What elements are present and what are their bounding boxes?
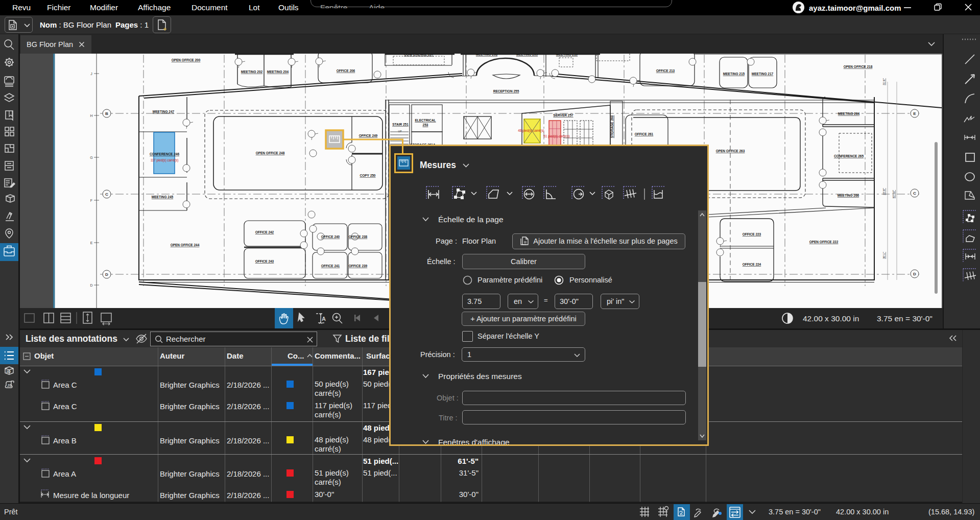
svg-text:51 pied(...: 51 pied(... xyxy=(363,457,398,465)
svg-text:E: E xyxy=(90,241,93,245)
svg-text:OPEN OFFICE 244: OPEN OFFICE 244 xyxy=(171,243,200,247)
svg-text:F: F xyxy=(90,199,92,202)
svg-text:OFFICE 223: OFFICE 223 xyxy=(743,232,761,236)
svg-text:48 pied(s) carré(s): 48 pied(s) carré(s) xyxy=(518,129,544,133)
svg-text:Brighter Graphics: Brighter Graphics xyxy=(160,436,220,445)
svg-text:30'-1": 30'-1" xyxy=(882,252,886,259)
svg-text:93'-10": 93'-10" xyxy=(892,190,895,198)
svg-text:OFFICE 239: OFFICE 239 xyxy=(349,264,368,268)
svg-text:61'-5": 61'-5" xyxy=(458,457,479,465)
svg-text:Area A: Area A xyxy=(53,469,76,478)
svg-text:OFFICE 249: OFFICE 249 xyxy=(359,134,378,137)
svg-text:MEETING 204: MEETING 204 xyxy=(267,70,289,74)
svg-text:MEETING 247: MEETING 247 xyxy=(153,110,175,113)
svg-text:2/18/2026 ...: 2/18/2026 ... xyxy=(227,402,269,411)
svg-text:117 pied(s): 117 pied(s) xyxy=(315,401,352,410)
svg-text:CONFERENCE 246: CONFERENCE 246 xyxy=(150,152,180,156)
svg-text:Brighter Graphics: Brighter Graphics xyxy=(160,381,220,389)
svg-text:MEETING 266: MEETING 266 xyxy=(838,194,859,197)
svg-text:B: B xyxy=(105,111,108,116)
svg-text:OPEN OFFICE 218: OPEN OFFICE 218 xyxy=(844,65,873,68)
svg-text:D: D xyxy=(90,283,92,287)
svg-text:D: D xyxy=(913,272,916,276)
svg-text:31'-5": 31'-5" xyxy=(459,468,479,477)
svg-text:Brighter Graphics: Brighter Graphics xyxy=(160,491,220,500)
svg-text:253: 253 xyxy=(423,123,428,127)
svg-text:OPEN OFFICE 263: OPEN OFFICE 263 xyxy=(716,149,745,153)
svg-text:Area C: Area C xyxy=(53,381,77,389)
svg-text:J: J xyxy=(90,72,92,76)
svg-text:30'-0": 30'-0" xyxy=(315,490,334,499)
svg-text:2/18/2026 ...: 2/18/2026 ... xyxy=(227,469,269,478)
svg-text:carré(s): carré(s) xyxy=(315,444,341,453)
svg-text:OFFICE 261: OFFICE 261 xyxy=(635,132,654,136)
svg-text:C: C xyxy=(105,192,108,197)
svg-text:COPY 250: COPY 250 xyxy=(360,174,376,177)
svg-text:STORAGE 260: STORAGE 260 xyxy=(610,115,614,138)
svg-text:117 pied(s) carré(s): 117 pied(s) carré(s) xyxy=(151,158,178,162)
svg-text:OPEN OFFICE 222: OPEN OFFICE 222 xyxy=(809,240,839,244)
svg-text:Area C: Area C xyxy=(53,402,77,411)
svg-text:SERVER 257: SERVER 257 xyxy=(553,113,573,117)
svg-text:51 pied(s) carré(s): 51 pied(s) carré(s) xyxy=(543,134,569,138)
svg-text:G: G xyxy=(90,156,92,159)
svg-text:MEETING 209: MEETING 209 xyxy=(516,54,538,56)
svg-text:OFFICE 213: OFFICE 213 xyxy=(656,69,675,73)
svg-text:51 pied(s): 51 pied(s) xyxy=(315,468,349,477)
svg-text:48 pied(s): 48 pied(s) xyxy=(315,435,349,444)
svg-text:Mesure de la longueur: Mesure de la longueur xyxy=(53,491,129,500)
svg-text:carré(s): carré(s) xyxy=(315,389,341,397)
svg-text:MEETING 215: MEETING 215 xyxy=(723,72,745,76)
svg-text:51 pied(...: 51 pied(... xyxy=(363,468,397,477)
svg-text:Brighter Graphics: Brighter Graphics xyxy=(160,402,220,411)
svg-text:RECEPTION 255: RECEPTION 255 xyxy=(493,89,519,93)
svg-text:carré(s): carré(s) xyxy=(315,478,341,486)
svg-text:23'-8": 23'-8" xyxy=(882,188,886,195)
svg-text:OFFICE 238: OFFICE 238 xyxy=(349,235,368,239)
svg-text:carré(s): carré(s) xyxy=(315,410,341,419)
svg-text:STAIR 251: STAIR 251 xyxy=(392,123,409,126)
svg-text:CONFERENCE 207: CONFERENCE 207 xyxy=(404,54,434,56)
svg-text:MEETING 217: MEETING 217 xyxy=(752,72,774,76)
svg-text:OFFICE 241: OFFICE 241 xyxy=(321,264,340,268)
svg-text:OFFICE 243: OFFICE 243 xyxy=(255,259,274,263)
svg-text:ELECTRICAL: ELECTRICAL xyxy=(415,119,436,122)
svg-text:OPEN OFFICE 248: OPEN OFFICE 248 xyxy=(256,151,285,155)
svg-text:OFFICE 242: OFFICE 242 xyxy=(255,230,274,234)
svg-text:MEETING 210: MEETING 210 xyxy=(556,54,578,56)
svg-text:3.75 en = 30'-0": 3.75 en = 30'-0" xyxy=(877,314,933,323)
svg-text:42.00 x 30.00 in: 42.00 x 30.00 in xyxy=(803,314,859,323)
svg-text:A: A xyxy=(322,316,326,322)
svg-text:Area B: Area B xyxy=(53,436,77,445)
svg-text:OFFICE 240: OFFICE 240 xyxy=(321,235,340,239)
svg-text:UP: UP xyxy=(398,130,402,133)
svg-text:OFFICE 224: OFFICE 224 xyxy=(743,263,761,266)
svg-text:E: E xyxy=(913,111,916,116)
svg-text:30'-0": 30'-0" xyxy=(459,490,479,499)
svg-text:MEETING 208: MEETING 208 xyxy=(476,54,498,56)
svg-text:MEETING 202: MEETING 202 xyxy=(241,70,263,74)
svg-text:50 pied(s): 50 pied(s) xyxy=(315,380,349,388)
svg-text:Brighter Graphics: Brighter Graphics xyxy=(160,469,220,478)
svg-text:CONFERENCE 265: CONFERENCE 265 xyxy=(834,154,864,158)
svg-text:MEETING 245: MEETING 245 xyxy=(152,195,174,199)
svg-text:OFFICE 206: OFFICE 206 xyxy=(337,69,355,73)
svg-text:31'-6": 31'-6" xyxy=(882,78,886,85)
svg-text:2/18/2026 ...: 2/18/2026 ... xyxy=(227,436,269,445)
svg-text:3D: 3D xyxy=(6,370,11,373)
svg-text:OPEN OFFICE 200: OPEN OFFICE 200 xyxy=(172,58,201,62)
svg-text:JS: JS xyxy=(7,383,12,388)
svg-text:C: C xyxy=(913,191,916,196)
svg-text:2/18/2026 ...: 2/18/2026 ... xyxy=(227,491,269,500)
svg-text:MEETING 264: MEETING 264 xyxy=(838,112,860,115)
svg-text:H: H xyxy=(90,114,92,117)
svg-text:2/18/2026 ...: 2/18/2026 ... xyxy=(227,381,269,389)
svg-text:D: D xyxy=(105,272,108,277)
